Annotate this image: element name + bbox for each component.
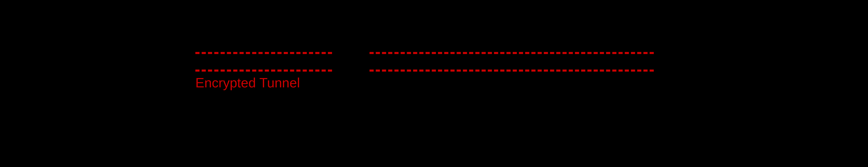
main-canvas: Encrypted Tunnel (0, 0, 868, 167)
dashed-line-row-top (0, 52, 868, 54)
left-segment-bottom (195, 69, 332, 72)
right-segment-top (370, 52, 654, 54)
encrypted-tunnel-label: Encrypted Tunnel (195, 75, 300, 90)
encrypted-tunnel-label-container: Encrypted Tunnel (195, 75, 332, 90)
left-segment-top (195, 52, 332, 54)
dashed-line-row-bottom (0, 69, 868, 72)
right-segment-bottom (370, 69, 654, 72)
